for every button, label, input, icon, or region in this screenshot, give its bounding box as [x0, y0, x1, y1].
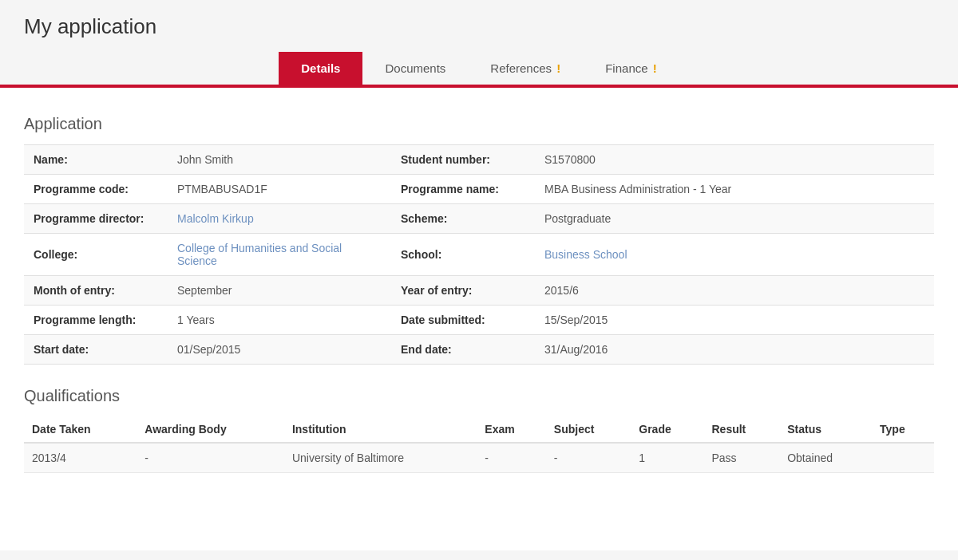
table-row: 2013/4-University of Baltimore--1PassObt…	[24, 443, 934, 473]
field-label: College:	[24, 234, 168, 276]
tab-finance[interactable]: Finance !	[583, 52, 679, 85]
field-label: Date submitted:	[391, 306, 535, 335]
field-label: Programme code:	[24, 175, 168, 204]
qualifications-table: Date TakenAwarding BodyInstitutionExamSu…	[24, 416, 934, 473]
table-row: Programme code:PTMBABUSAD1FProgramme nam…	[24, 175, 934, 204]
table-row: College:College of Humanities and Social…	[24, 234, 934, 276]
application-table: Name:John SmithStudent number:S1570800Pr…	[24, 144, 934, 365]
field-label: Name:	[24, 145, 168, 175]
page-header: My application	[0, 0, 958, 39]
table-cell: Pass	[703, 443, 779, 473]
table-cell: -	[477, 443, 546, 473]
table-cell: Obtained	[779, 443, 872, 473]
field-value: S1570800	[535, 145, 934, 175]
qual-header-row: Date TakenAwarding BodyInstitutionExamSu…	[24, 416, 934, 443]
field-label: Year of entry:	[391, 276, 535, 306]
field-value: College of Humanities and Social Science	[168, 234, 391, 276]
field-value: PTMBABUSAD1F	[168, 175, 391, 204]
table-row: Programme director:Malcolm KirkupScheme:…	[24, 204, 934, 234]
table-cell: 2013/4	[24, 443, 137, 473]
table-cell	[872, 443, 934, 473]
column-header: Awarding Body	[137, 416, 284, 443]
field-value: Postgraduate	[535, 204, 934, 234]
field-label: School:	[391, 234, 535, 276]
column-header: Subject	[546, 416, 631, 443]
tab-documents[interactable]: Documents	[362, 52, 468, 85]
table-row: Month of entry:SeptemberYear of entry:20…	[24, 276, 934, 306]
field-value: September	[168, 276, 391, 306]
field-value: 15/Sep/2015	[535, 306, 934, 335]
table-cell: -	[546, 443, 631, 473]
column-header: Date Taken	[24, 416, 137, 443]
tab-references[interactable]: References !	[468, 52, 583, 85]
application-section-title: Application	[24, 115, 934, 133]
column-header: Institution	[284, 416, 477, 443]
field-label: Programme length:	[24, 306, 168, 335]
field-label: Programme director:	[24, 204, 168, 234]
table-cell: University of Baltimore	[284, 443, 477, 473]
field-label: Start date:	[24, 335, 168, 365]
table-cell: -	[137, 443, 284, 473]
column-header: Grade	[631, 416, 703, 443]
table-row: Start date:01/Sep/2015End date:31/Aug/20…	[24, 335, 934, 365]
field-value: 1 Years	[168, 306, 391, 335]
field-label: Scheme:	[391, 204, 535, 234]
field-value: Business School	[535, 234, 934, 276]
column-header: Result	[703, 416, 779, 443]
column-header: Type	[872, 416, 934, 443]
page-title: My application	[24, 14, 934, 39]
field-value: 31/Aug/2016	[535, 335, 934, 365]
field-value: John Smith	[168, 145, 391, 175]
field-label: Programme name:	[391, 175, 535, 204]
field-label: Student number:	[391, 145, 535, 175]
field-value: 01/Sep/2015	[168, 335, 391, 365]
table-row: Programme length:1 YearsDate submitted:1…	[24, 306, 934, 335]
field-label: End date:	[391, 335, 535, 365]
table-row: Name:John SmithStudent number:S1570800	[24, 145, 934, 175]
references-warning-icon: !	[556, 61, 560, 75]
field-label: Month of entry:	[24, 276, 168, 306]
field-value: 2015/6	[535, 276, 934, 306]
finance-warning-icon: !	[653, 61, 657, 75]
main-content: Application Name:John SmithStudent numbe…	[0, 88, 958, 550]
column-header: Exam	[477, 416, 546, 443]
qualifications-section-title: Qualifications	[24, 387, 934, 405]
tab-details[interactable]: Details	[279, 52, 362, 85]
column-header: Status	[779, 416, 872, 443]
field-value: MBA Business Administration - 1 Year	[535, 175, 934, 204]
table-cell: 1	[631, 443, 703, 473]
field-value: Malcolm Kirkup	[168, 204, 391, 234]
tabs-container: Details Documents References ! Finance !	[0, 52, 958, 85]
